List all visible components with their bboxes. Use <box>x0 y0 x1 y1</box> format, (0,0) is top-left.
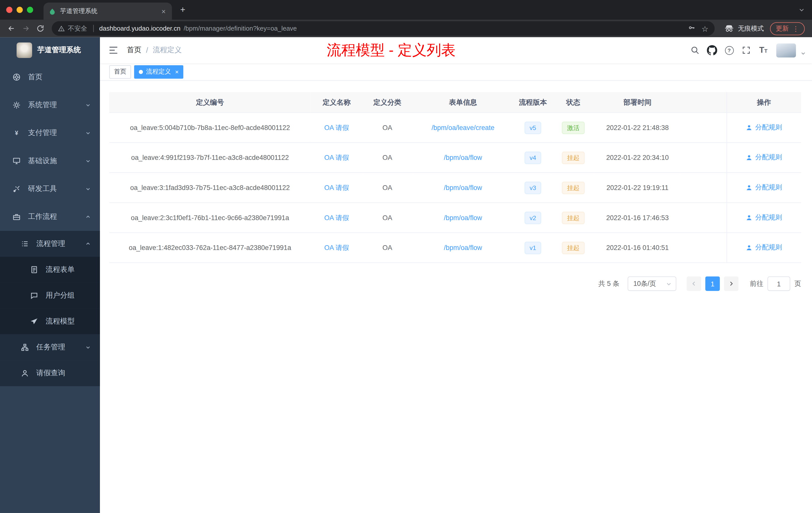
close-window-button[interactable] <box>6 7 12 13</box>
sidebar-item-label: 首页 <box>28 72 42 82</box>
deploy-time: 2022-01-22 19:19:11 <box>606 184 668 191</box>
page-size-select[interactable]: 10条/页 <box>628 276 676 291</box>
chevron-down-icon <box>85 345 91 350</box>
sidebar-item-infrastructure[interactable]: 基础设施 <box>0 147 100 175</box>
breadcrumb: 首页 / 流程定义 <box>127 46 181 55</box>
version-tag: v4 <box>524 151 541 164</box>
incognito-icon <box>724 23 734 34</box>
avatar-caret-icon[interactable] <box>801 51 806 56</box>
url-bar-actions: ☆ <box>688 24 708 33</box>
sidebar-item-label: 系统管理 <box>28 100 57 110</box>
tree-icon <box>21 343 29 351</box>
screen: 芋道管理系统 × + 不安全 dashboard.yudao.iocoder.c… <box>0 0 812 513</box>
chat-icon <box>30 292 38 300</box>
forward-button[interactable] <box>20 22 32 35</box>
deploy-time: 2022-01-22 21:48:38 <box>606 124 669 131</box>
close-tag-icon[interactable]: × <box>175 68 178 75</box>
browser-tab[interactable]: 芋道管理系统 × <box>44 2 172 20</box>
plane-icon <box>30 317 38 326</box>
tag-process-definition[interactable]: 流程定义 × <box>134 65 183 79</box>
reload-button[interactable] <box>34 22 47 35</box>
fullscreen-icon[interactable] <box>740 44 753 57</box>
main-area: 首页 / 流程定义 流程模型 - 定义列表 ? TT <box>100 37 812 513</box>
definition-table: 定义编号定义名称定义分类表单信息流程版本状态部署时间操作 oa_leave:5:… <box>109 92 801 263</box>
page-number-button[interactable]: 1 <box>705 276 720 291</box>
tag-home[interactable]: 首页 <box>109 65 131 79</box>
page-size-value: 10条/页 <box>633 279 656 289</box>
form-link[interactable]: /bpm/oa/flow <box>444 244 482 251</box>
browser-menu-icon[interactable]: ⋮ <box>792 25 799 32</box>
definition-name-link[interactable]: OA 请假 <box>324 214 349 221</box>
update-label: 更新 <box>776 24 789 33</box>
security-warning-icon[interactable] <box>58 25 65 32</box>
definition-name-link[interactable]: OA 请假 <box>324 123 349 131</box>
new-tab-button[interactable]: + <box>176 3 190 17</box>
sidebar-item-user-group[interactable]: 用户分组 <box>0 282 100 308</box>
table-row: oa_leave:4:991f2193-7b7f-11ec-a3c8-acde4… <box>109 143 801 173</box>
sidebar-item-process-form[interactable]: 流程表单 <box>0 257 100 282</box>
maximize-window-button[interactable] <box>27 7 33 13</box>
assign-rule-link[interactable]: 分配规则 <box>746 213 782 222</box>
form-link[interactable]: /bpm/oa/flow <box>444 214 482 221</box>
password-key-icon[interactable] <box>688 24 695 33</box>
close-tab-icon[interactable]: × <box>161 7 167 15</box>
definition-category: OA <box>382 124 392 131</box>
sidebar-item-home[interactable]: 首页 <box>0 63 100 91</box>
monitor-icon <box>12 157 21 165</box>
font-size-icon[interactable]: TT <box>757 44 770 57</box>
definition-name-link[interactable]: OA 请假 <box>324 154 349 161</box>
definition-category: OA <box>382 244 392 251</box>
window-controls <box>0 7 36 13</box>
chevron-down-icon <box>85 186 91 192</box>
sidebar-item-label: 请假查询 <box>36 369 65 378</box>
github-icon[interactable] <box>706 44 718 57</box>
security-label: 不安全 <box>68 24 87 33</box>
tab-search-chevron-icon[interactable] <box>799 7 805 13</box>
status-badge: 挂起 <box>562 212 585 224</box>
hamburger-icon[interactable] <box>108 45 118 55</box>
gear-icon <box>12 101 21 109</box>
status-badge: 挂起 <box>562 181 585 194</box>
form-link[interactable]: /bpm/oa/leave/create <box>432 124 494 131</box>
url-host: dashboard.yudao.iocoder.cn <box>99 25 180 32</box>
assign-rule-link[interactable]: 分配规则 <box>746 243 782 252</box>
update-chip[interactable]: 更新 ⋮ <box>770 22 805 35</box>
logo-title: 芋道管理系统 <box>37 46 81 55</box>
sidebar-item-dev-tools[interactable]: 研发工具 <box>0 175 100 203</box>
form-link[interactable]: /bpm/oa/flow <box>444 154 482 162</box>
definition-name-link[interactable]: OA 请假 <box>324 183 349 191</box>
help-icon[interactable]: ? <box>723 44 735 57</box>
version-tag: v1 <box>524 241 541 254</box>
user-avatar[interactable] <box>776 43 796 57</box>
assign-rule-link[interactable]: 分配规则 <box>746 153 782 162</box>
prev-page-button[interactable] <box>687 276 701 291</box>
chevron-down-icon <box>85 158 91 163</box>
assign-rule-link[interactable]: 分配规则 <box>746 183 782 192</box>
form-link[interactable]: /bpm/oa/flow <box>444 184 482 191</box>
bookmark-star-icon[interactable]: ☆ <box>701 25 708 32</box>
sidebar-item-system-manage[interactable]: 系统管理 <box>0 91 100 119</box>
breadcrumb-home[interactable]: 首页 <box>127 46 141 55</box>
back-button[interactable] <box>5 22 18 35</box>
column-header: 操作 <box>727 92 801 113</box>
url-bar[interactable]: 不安全 dashboard.yudao.iocoder.cn /bpm/mana… <box>52 21 715 36</box>
sidebar-item-workflow[interactable]: 工作流程 <box>0 203 100 231</box>
sidebar-item-process-model[interactable]: 流程模型 <box>0 308 100 334</box>
next-page-button[interactable] <box>724 276 738 291</box>
sidebar-item-process-manage[interactable]: 流程管理 <box>0 231 100 257</box>
table-row: oa_leave:2:3c1f0ef1-76b1-11ec-9c66-a2380… <box>109 203 801 233</box>
breadcrumb-separator: / <box>146 46 148 55</box>
chevron-down-icon <box>85 130 91 136</box>
sidebar-item-payment-manage[interactable]: ¥支付管理 <box>0 119 100 147</box>
sidebar-logo[interactable]: 芋道管理系统 <box>0 37 100 63</box>
assign-rule-link[interactable]: 分配规则 <box>746 123 782 132</box>
search-icon[interactable] <box>689 44 701 57</box>
sidebar-item-task-manage[interactable]: 任务管理 <box>0 334 100 360</box>
column-header: 表单信息 <box>412 92 514 113</box>
goto-page-input[interactable] <box>767 276 790 291</box>
sidebar-item-leave-query[interactable]: 请假查询 <box>0 360 100 386</box>
definition-id: oa_leave:4:991f2193-7b7f-11ec-a3c8-acde4… <box>131 154 289 162</box>
tag-label: 流程定义 <box>146 67 171 76</box>
minimize-window-button[interactable] <box>17 7 23 13</box>
definition-name-link[interactable]: OA 请假 <box>324 243 349 251</box>
